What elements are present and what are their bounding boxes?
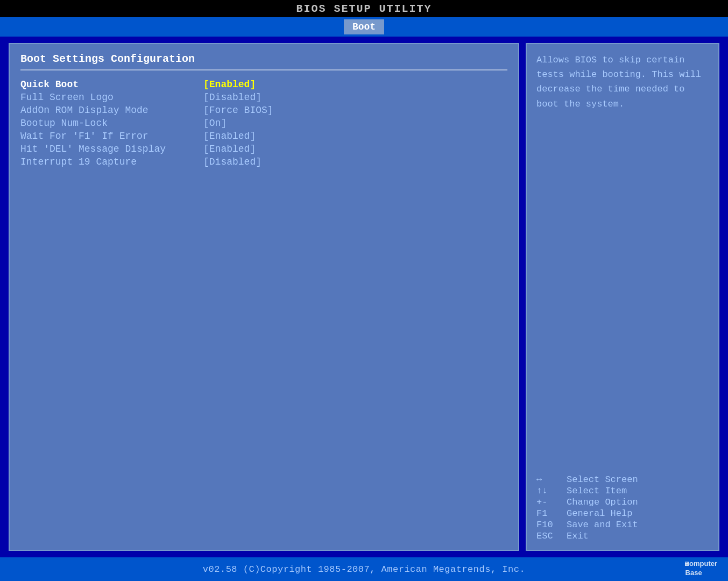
setting-row[interactable]: Bootup Num-Lock[On]	[20, 118, 507, 129]
key-symbol: ↔	[536, 474, 562, 485]
divider	[20, 69, 507, 70]
setting-row[interactable]: Interrupt 19 Capture[Disabled]	[20, 157, 507, 167]
active-tab[interactable]: Boot	[344, 19, 384, 34]
key-description: Exit	[567, 531, 589, 541]
key-row: F1General Help	[536, 508, 709, 519]
setting-value: [On]	[203, 118, 227, 129]
top-bar: BIOS SETUP UTILITY	[0, 0, 728, 17]
key-symbol: F10	[536, 520, 562, 530]
key-bindings: ↔Select Screen↑↓Select Item+-Change Opti…	[536, 474, 709, 541]
key-description: Save and Exit	[567, 520, 638, 530]
setting-value: [Disabled]	[203, 92, 261, 103]
key-symbol: F1	[536, 508, 562, 519]
setting-row[interactable]: Hit 'DEL' Message Display[Enabled]	[20, 144, 507, 154]
setting-value: [Disabled]	[203, 157, 261, 167]
key-row: ESCExit	[536, 531, 709, 541]
setting-value: [Enabled]	[203, 144, 256, 154]
setting-label: AddOn ROM Display Mode	[20, 105, 203, 116]
setting-label: Quick Boot	[20, 79, 203, 90]
right-panel: Allows BIOS to skip certain tests while …	[526, 43, 719, 551]
setting-label: Wait For 'F1' If Error	[20, 131, 203, 141]
key-row: F10Save and Exit	[536, 520, 709, 530]
setting-label: Hit 'DEL' Message Display	[20, 144, 203, 154]
setting-value: [Enabled]	[203, 131, 256, 141]
setting-row[interactable]: AddOn ROM Display Mode[Force BIOS]	[20, 105, 507, 116]
main-content: Boot Settings Configuration Quick Boot[E…	[0, 37, 728, 557]
tab-bar: Boot	[0, 17, 728, 37]
setting-value: [Enabled]	[203, 79, 256, 90]
setting-row[interactable]: Wait For 'F1' If Error[Enabled]	[20, 131, 507, 141]
key-description: Select Item	[567, 486, 627, 496]
left-panel: Boot Settings Configuration Quick Boot[E…	[9, 43, 519, 551]
settings-list: Quick Boot[Enabled]Full Screen Logo[Disa…	[20, 79, 507, 167]
bios-title: BIOS SETUP UTILITY	[296, 3, 432, 15]
watermark: 🖥omputer Base	[683, 559, 717, 578]
section-title: Boot Settings Configuration	[20, 53, 507, 65]
help-text: Allows BIOS to skip certain tests while …	[536, 53, 709, 111]
setting-label: Full Screen Logo	[20, 92, 203, 103]
watermark-text: 🖥omputer Base	[683, 559, 717, 577]
key-description: General Help	[567, 508, 632, 519]
setting-row[interactable]: Full Screen Logo[Disabled]	[20, 92, 507, 103]
setting-label: Interrupt 19 Capture	[20, 157, 203, 167]
key-row: +-Change Option	[536, 497, 709, 507]
key-row: ↑↓Select Item	[536, 486, 709, 496]
key-symbol: ↑↓	[536, 486, 562, 496]
setting-row[interactable]: Quick Boot[Enabled]	[20, 79, 507, 90]
setting-label: Bootup Num-Lock	[20, 118, 203, 129]
key-row: ↔Select Screen	[536, 474, 709, 485]
key-symbol: +-	[536, 497, 562, 507]
bottom-bar: v02.58 (C)Copyright 1985-2007, American …	[0, 557, 728, 581]
setting-value: [Force BIOS]	[203, 105, 273, 116]
bottom-text: v02.58 (C)Copyright 1985-2007, American …	[203, 564, 525, 575]
bios-screen: BIOS SETUP UTILITY Boot Boot Settings Co…	[0, 0, 728, 581]
key-description: Change Option	[567, 497, 638, 507]
key-description: Select Screen	[567, 474, 638, 485]
key-symbol: ESC	[536, 531, 562, 541]
